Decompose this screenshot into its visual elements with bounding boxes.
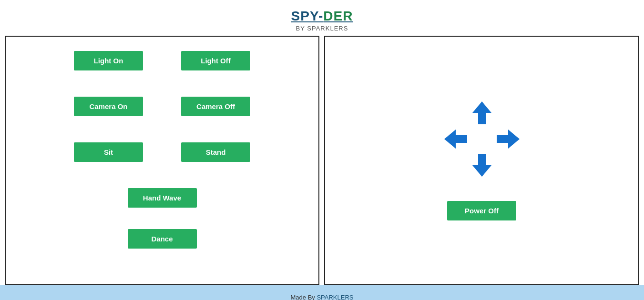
light-on-button[interactable]: Light On bbox=[74, 51, 143, 70]
arrow-left-button[interactable] bbox=[444, 127, 468, 151]
hand-wave-button[interactable]: Hand Wave bbox=[128, 188, 197, 208]
title-der: DER bbox=[323, 9, 353, 23]
title-spy: SPY bbox=[291, 9, 318, 23]
arrow-up-icon bbox=[472, 101, 491, 124]
arrow-up-button[interactable] bbox=[470, 101, 494, 125]
svg-marker-2 bbox=[444, 130, 467, 149]
dance-row: Dance bbox=[128, 229, 197, 249]
title-dash: - bbox=[318, 9, 323, 23]
sit-button[interactable]: Sit bbox=[74, 142, 143, 162]
left-panel: Light On Light Off Camera On Camera Off … bbox=[5, 36, 319, 285]
sparklers-link[interactable]: SPARKLERS bbox=[317, 294, 353, 300]
stand-button[interactable]: Stand bbox=[181, 142, 250, 162]
camera-controls-row: Camera On Camera Off bbox=[74, 97, 250, 116]
svg-marker-1 bbox=[472, 154, 491, 177]
arrow-left-icon bbox=[444, 130, 467, 149]
made-by-text: Made By bbox=[291, 294, 317, 300]
light-controls-row: Light On Light Off bbox=[74, 51, 250, 70]
main-content: Light On Light Off Camera On Camera Off … bbox=[0, 36, 644, 285]
sit-stand-row: Sit Stand bbox=[74, 142, 250, 162]
footer: Made By SPARKLERS bbox=[0, 285, 644, 300]
header: SPY-DER BY SPARKLERS bbox=[0, 0, 644, 36]
svg-marker-3 bbox=[497, 130, 520, 149]
arrow-down-button[interactable] bbox=[470, 153, 494, 177]
app-subtitle: BY SPARKLERS bbox=[0, 25, 644, 32]
camera-on-button[interactable]: Camera On bbox=[74, 97, 143, 116]
hand-wave-row: Hand Wave bbox=[128, 188, 197, 208]
light-off-button[interactable]: Light Off bbox=[181, 51, 250, 70]
camera-off-button[interactable]: Camera Off bbox=[181, 97, 250, 116]
power-off-button[interactable]: Power Off bbox=[447, 201, 516, 220]
arrow-right-icon bbox=[497, 130, 520, 149]
dance-button[interactable]: Dance bbox=[128, 229, 197, 249]
right-panel: Power Off bbox=[324, 36, 639, 285]
app-title: SPY-DER bbox=[0, 9, 644, 24]
directional-controls bbox=[444, 101, 520, 177]
arrow-down-icon bbox=[472, 154, 491, 177]
arrow-right-button[interactable] bbox=[496, 127, 520, 151]
svg-marker-0 bbox=[472, 101, 491, 124]
